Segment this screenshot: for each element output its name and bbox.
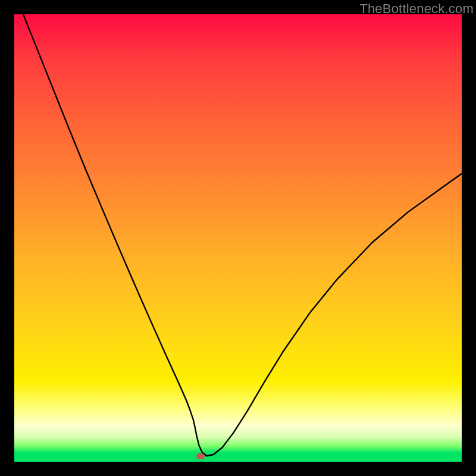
plot-area xyxy=(14,14,462,462)
optimum-marker xyxy=(196,453,205,459)
chart-frame xyxy=(14,14,462,462)
bottleneck-curve xyxy=(14,14,462,462)
